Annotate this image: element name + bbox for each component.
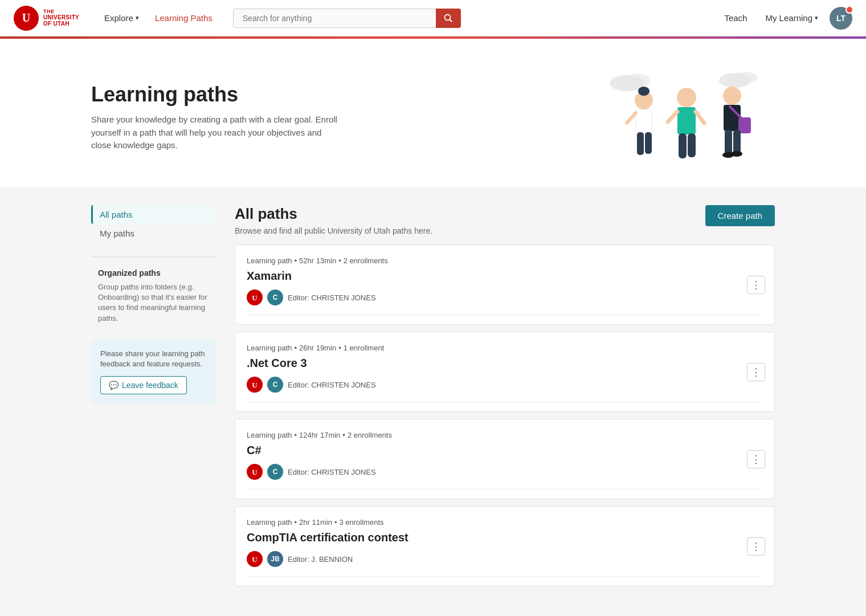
svg-rect-12 xyxy=(637,132,644,155)
svg-line-11 xyxy=(627,113,636,123)
svg-rect-23 xyxy=(738,117,751,133)
path-card-more-button[interactable]: ⋮ xyxy=(747,537,765,556)
path-card-title: .Net Core 3 xyxy=(247,357,763,370)
feedback-text: Please share your learning path feedback… xyxy=(100,349,207,369)
search-button[interactable] xyxy=(436,9,461,28)
svg-rect-18 xyxy=(679,133,687,158)
path-card: Learning path • 124hr 17min • 2 enrollme… xyxy=(235,419,775,499)
path-card-more-button[interactable]: ⋮ xyxy=(747,276,765,294)
svg-point-9 xyxy=(638,87,650,96)
path-enrollments: 3 enrollments xyxy=(339,518,383,527)
path-duration: 2hr 11min xyxy=(299,518,332,527)
svg-point-14 xyxy=(677,88,696,107)
path-enrollments: 2 enrollments xyxy=(344,256,388,265)
path-duration: 124hr 17min xyxy=(299,431,340,439)
path-duration: 52hr 13min xyxy=(299,256,336,265)
hero-description: Share your knowledge by creating a path … xyxy=(91,113,342,152)
path-card-more-button[interactable]: ⋮ xyxy=(747,363,765,381)
teach-label: Teach xyxy=(724,13,747,23)
teach-nav[interactable]: Teach xyxy=(717,9,754,27)
u-logo-icon: U xyxy=(247,464,263,480)
path-card: Learning path • 26hr 19min • 1 enrollmen… xyxy=(235,332,775,412)
path-card-bottom-line xyxy=(247,315,763,315)
avatar-initials: LT xyxy=(836,14,845,23)
svg-point-20 xyxy=(723,87,741,105)
svg-line-3 xyxy=(450,19,452,22)
chevron-down-icon: ▾ xyxy=(136,14,139,22)
explore-menu[interactable]: Explore ▾ xyxy=(97,9,146,27)
path-list-title: All paths xyxy=(235,205,432,223)
search-container xyxy=(233,9,461,28)
editor-avatar: JB xyxy=(267,551,283,567)
search-input[interactable] xyxy=(233,9,461,28)
path-card-footer: U JB Editor: J. BENNION xyxy=(247,551,763,567)
learning-paths-nav[interactable]: Learning Paths xyxy=(148,9,219,27)
path-card-title: Xamarin xyxy=(247,270,763,283)
my-learning-nav[interactable]: My Learning ▾ xyxy=(758,9,825,27)
editor-avatar: C xyxy=(267,464,283,480)
dot-separator: • xyxy=(295,344,297,352)
logo-line1: THE xyxy=(43,9,79,15)
main-content: All paths My paths Organized paths Group… xyxy=(0,187,866,611)
svg-text:U: U xyxy=(252,381,258,389)
navbar-links: Explore ▾ Learning Paths xyxy=(97,9,219,27)
university-logo-icon: U xyxy=(14,6,39,31)
dot-separator: • xyxy=(295,431,297,439)
path-list-header: All paths Browse and find all public Uni… xyxy=(235,205,775,235)
organized-paths-title: Organized paths xyxy=(91,264,217,280)
editor-avatar: C xyxy=(267,377,283,393)
path-duration: 26hr 19min xyxy=(299,344,336,352)
sidebar-item-all-paths[interactable]: All paths xyxy=(91,205,217,224)
svg-point-5 xyxy=(626,74,651,87)
feedback-box: Please share your learning path feedback… xyxy=(91,340,217,403)
all-paths-label: All paths xyxy=(100,210,133,219)
editor-label: Editor: J. BENNION xyxy=(288,555,353,564)
path-list-heading: All paths Browse and find all public Uni… xyxy=(235,205,432,235)
search-icon xyxy=(444,14,453,23)
svg-text:U: U xyxy=(252,555,258,564)
hero-illustration xyxy=(593,66,775,169)
dot-separator2: • xyxy=(338,256,341,265)
path-card-meta: Learning path • 52hr 13min • 2 enrollmen… xyxy=(247,256,763,265)
dot-separator2: • xyxy=(338,344,341,352)
hero-text: Learning paths Share your knowledge by c… xyxy=(91,83,342,152)
explore-label: Explore xyxy=(104,13,133,23)
path-card-bottom-line xyxy=(247,402,763,402)
path-type: Learning path xyxy=(247,344,292,352)
organized-paths-desc: Group paths into folders (e.g. Onboardin… xyxy=(91,280,217,326)
path-card-meta: Learning path • 2hr 11min • 3 enrollment… xyxy=(247,518,763,527)
editor-label: Editor: CHRISTEN JONES xyxy=(288,468,376,476)
navbar: U THE UNIVERSITY OF UTAH Explore ▾ Learn… xyxy=(0,0,866,36)
learning-paths-label: Learning Paths xyxy=(155,13,213,23)
svg-rect-15 xyxy=(677,107,696,134)
path-card-more-button[interactable]: ⋮ xyxy=(747,450,765,468)
dot-separator2: • xyxy=(334,518,337,527)
path-card-title: C# xyxy=(247,444,763,457)
path-enrollments: 2 enrollments xyxy=(348,431,392,439)
leave-feedback-button[interactable]: 💬 Leave feedback xyxy=(100,376,187,394)
sidebar-divider xyxy=(91,256,217,257)
editor-label: Editor: CHRISTEN JONES xyxy=(288,381,376,389)
svg-rect-13 xyxy=(645,132,652,154)
path-cards-list: Learning path • 52hr 13min • 2 enrollmen… xyxy=(235,244,775,586)
path-card: Learning path • 2hr 11min • 3 enrollment… xyxy=(235,506,775,586)
u-logo-icon: U xyxy=(247,377,263,393)
svg-point-2 xyxy=(444,14,450,20)
editor-label: Editor: CHRISTEN JONES xyxy=(288,293,376,302)
editor-avatar: C xyxy=(267,289,283,305)
path-card-footer: U C Editor: CHRISTEN JONES xyxy=(247,464,763,480)
u-logo-icon: U xyxy=(247,289,263,305)
svg-rect-25 xyxy=(733,130,741,154)
logo[interactable]: U THE UNIVERSITY OF UTAH xyxy=(14,6,79,31)
hero-section: Learning paths Share your knowledge by c… xyxy=(0,39,866,187)
create-path-button[interactable]: Create path xyxy=(705,205,775,226)
svg-rect-19 xyxy=(688,133,696,157)
path-card: Learning path • 52hr 13min • 2 enrollmen… xyxy=(235,244,775,325)
my-learning-label: My Learning xyxy=(765,13,812,23)
path-card-meta: Learning path • 26hr 19min • 1 enrollmen… xyxy=(247,344,763,352)
path-card-footer: U C Editor: CHRISTEN JONES xyxy=(247,377,763,393)
svg-point-27 xyxy=(731,151,742,157)
sidebar-item-my-paths[interactable]: My paths xyxy=(91,224,217,243)
avatar[interactable]: LT xyxy=(830,7,852,30)
path-card-meta: Learning path • 124hr 17min • 2 enrollme… xyxy=(247,431,763,439)
